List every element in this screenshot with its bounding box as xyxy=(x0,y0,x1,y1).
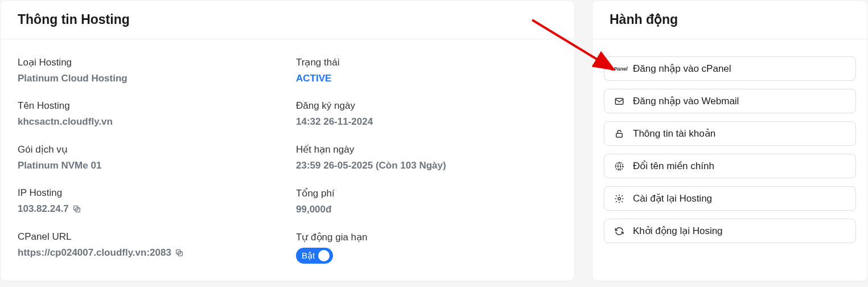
action-label: Thông tin tài khoản xyxy=(633,128,715,140)
toggle-knob xyxy=(318,250,330,261)
field-status: Trạng thái ACTIVE xyxy=(296,56,557,84)
field-type: Loại Hosting Platinum Cloud Hosting xyxy=(18,56,279,84)
registered-value: 14:32 26-11-2024 xyxy=(296,116,557,128)
cpanel-value: https://cp024007.cloudfly.vn:2083 xyxy=(18,247,171,259)
hosting-info-panel: Thông tin Hosting Loại Hosting Platinum … xyxy=(0,0,575,281)
field-registered: Đăng ký ngày 14:32 26-11-2024 xyxy=(296,100,557,128)
field-total: Tổng phí 99,000đ xyxy=(296,187,557,215)
lock-icon xyxy=(614,128,625,140)
ip-label: IP Hosting xyxy=(18,187,279,199)
action-login-webmail[interactable]: Đăng nhập vào Webmail xyxy=(604,89,856,113)
action-label: Khởi động lại Hosing xyxy=(633,225,723,237)
action-label: Đăng nhập vào cPanel xyxy=(633,63,731,75)
total-label: Tổng phí xyxy=(296,187,557,199)
svg-rect-5 xyxy=(616,133,623,137)
cpanel-label: CPanel URL xyxy=(18,231,279,243)
name-label: Tên Hosting xyxy=(18,100,279,112)
action-login-cpanel[interactable]: cPanel Đăng nhập vào cPanel xyxy=(604,56,856,81)
type-value: Platinum Cloud Hosting xyxy=(18,73,279,84)
auto-renew-toggle[interactable]: Bật xyxy=(296,248,333,264)
actions-panel: Hành động cPanel Đăng nhập vào cPanel Đă… xyxy=(592,0,868,281)
action-change-domain[interactable]: Đổi tên miền chính xyxy=(604,154,856,178)
field-renew: Tự động gia hạn Bật xyxy=(296,231,557,264)
renew-label: Tự động gia hạn xyxy=(296,231,557,243)
svg-point-7 xyxy=(618,197,621,200)
field-ip: IP Hosting 103.82.24.7 xyxy=(18,187,279,215)
action-restart-hosting[interactable]: Khởi động lại Hosing xyxy=(604,219,856,243)
field-cpanel-url: CPanel URL https://cp024007.cloudfly.vn:… xyxy=(18,231,279,264)
action-account-info[interactable]: Thông tin tài khoản xyxy=(604,121,856,146)
globe-icon xyxy=(614,161,625,172)
actions-title: Hành động xyxy=(593,1,867,39)
cpanel-icon: cPanel xyxy=(614,63,625,75)
status-value: ACTIVE xyxy=(296,73,557,84)
action-reinstall-hosting[interactable]: Cài đặt lại Hosting xyxy=(604,186,856,211)
registered-label: Đăng ký ngày xyxy=(296,100,557,112)
field-plan: Gói dịch vụ Platinum NVMe 01 xyxy=(18,144,279,171)
mail-icon xyxy=(614,96,625,107)
toggle-label: Bật xyxy=(302,251,315,261)
plan-value: Platinum NVMe 01 xyxy=(18,160,279,171)
field-name: Tên Hosting khcsactn.cloudfly.vn xyxy=(18,100,279,128)
name-value: khcsactn.cloudfly.vn xyxy=(18,116,279,128)
copy-icon[interactable] xyxy=(72,204,81,214)
action-label: Đổi tên miền chính xyxy=(633,160,714,172)
action-label: Đăng nhập vào Webmail xyxy=(633,95,739,107)
gear-icon xyxy=(614,193,625,204)
total-value: 99,000đ xyxy=(296,204,557,215)
type-label: Loại Hosting xyxy=(18,56,279,68)
hosting-info-title: Thông tin Hosting xyxy=(1,1,574,39)
expire-value: 23:59 26-05-2025 (Còn 103 Ngày) xyxy=(296,160,557,171)
status-label: Trạng thái xyxy=(296,56,557,68)
plan-label: Gói dịch vụ xyxy=(18,144,279,155)
expire-label: Hết hạn ngày xyxy=(296,144,557,155)
field-expire: Hết hạn ngày 23:59 26-05-2025 (Còn 103 N… xyxy=(296,144,557,171)
action-label: Cài đặt lại Hosting xyxy=(633,192,712,204)
copy-icon[interactable] xyxy=(175,248,184,257)
ip-value: 103.82.24.7 xyxy=(18,203,69,215)
refresh-icon xyxy=(614,226,625,237)
